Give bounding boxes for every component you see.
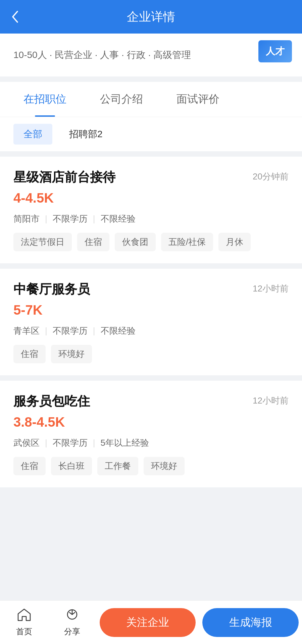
job-card-2[interactable]: 服务员包吃住 12小时前 3.8-4.5K 武侯区 | 不限学历 | 5年以上经…: [0, 381, 302, 487]
tab-intro[interactable]: 公司介绍: [90, 82, 153, 117]
tag-0-2: 伙食团: [115, 233, 156, 251]
job-location-1: 青羊区: [13, 325, 40, 337]
tag-1-1: 环境好: [51, 345, 92, 363]
company-logo: 人才: [258, 40, 292, 62]
job-header-0: 星级酒店前台接待 20分钟前: [13, 169, 289, 186]
poster-button[interactable]: 生成海报: [202, 608, 299, 637]
job-location-2: 武侯区: [13, 437, 40, 449]
nav-share[interactable]: 分享: [48, 601, 96, 644]
tag-2-0: 住宿: [13, 457, 46, 475]
home-icon: [17, 608, 32, 624]
job-salary-0: 4-4.5K: [13, 191, 289, 206]
tab-review[interactable]: 面试评价: [166, 82, 230, 117]
job-tags-2: 住宿 长白班 工作餐 环境好: [13, 457, 289, 475]
tag-0-3: 五险/社保: [161, 233, 213, 251]
tag-2-1: 长白班: [51, 457, 92, 475]
job-header-2: 服务员包吃住 12小时前: [13, 393, 289, 410]
company-card: 人才 10-50人 · 民营企业 · 人事 · 行政 · 高级管理: [0, 34, 302, 76]
job-location-0: 简阳市: [13, 213, 40, 225]
company-description: 10-50人 · 民营企业 · 人事 · 行政 · 高级管理: [13, 44, 289, 63]
job-meta-0: 简阳市 | 不限学历 | 不限经验: [13, 213, 289, 225]
job-education-1: 不限学历: [53, 325, 88, 337]
header: 企业详情: [0, 0, 302, 34]
job-card-1[interactable]: 中餐厅服务员 12小时前 5-7K 青羊区 | 不限学历 | 不限经验 住宿 环…: [0, 269, 302, 375]
job-salary-2: 3.8-4.5K: [13, 415, 289, 430]
job-title-2: 服务员包吃住: [13, 393, 90, 410]
job-time-0: 20分钟前: [253, 169, 289, 182]
job-time-1: 12小时前: [253, 281, 289, 294]
job-card-0[interactable]: 星级酒店前台接待 20分钟前 4-4.5K 简阳市 | 不限学历 | 不限经验 …: [0, 157, 302, 263]
job-title-0: 星级酒店前台接待: [13, 169, 115, 186]
back-button[interactable]: [10, 9, 20, 24]
job-experience-2: 5年以上经验: [101, 437, 149, 449]
job-tags-0: 法定节假日 住宿 伙食团 五险/社保 月休: [13, 233, 289, 251]
nav-home[interactable]: 首页: [0, 601, 48, 644]
share-icon: [65, 608, 80, 624]
bottom-nav: 首页 分享 关注企业 生成海报: [0, 600, 302, 644]
job-time-2: 12小时前: [253, 393, 289, 407]
tag-0-4: 月休: [218, 233, 251, 251]
job-education-0: 不限学历: [53, 213, 88, 225]
tag-2-2: 工作餐: [97, 457, 138, 475]
tag-1-0: 住宿: [13, 345, 46, 363]
tag-0-1: 住宿: [77, 233, 109, 251]
tag-2-3: 环境好: [144, 457, 185, 475]
follow-button[interactable]: 关注企业: [100, 608, 196, 637]
job-meta-2: 武侯区 | 不限学历 | 5年以上经验: [13, 437, 289, 449]
tab-jobs[interactable]: 在招职位: [13, 82, 77, 117]
tag-0-0: 法定节假日: [13, 233, 72, 251]
job-meta-1: 青羊区 | 不限学历 | 不限经验: [13, 325, 289, 337]
company-logo-area: 人才: [258, 40, 292, 62]
job-experience-0: 不限经验: [101, 213, 136, 225]
tabs-container: 在招职位 公司介绍 面试评价: [0, 82, 302, 117]
job-tags-1: 住宿 环境好: [13, 345, 289, 363]
job-education-2: 不限学历: [53, 437, 88, 449]
share-label: 分享: [64, 626, 80, 637]
subtab-dept2[interactable]: 招聘部2: [59, 124, 113, 145]
subtab-all[interactable]: 全部: [13, 124, 52, 145]
subtabs-container: 全部 招聘部2: [0, 117, 302, 151]
home-label: 首页: [16, 626, 32, 637]
job-experience-1: 不限经验: [101, 325, 136, 337]
job-header-1: 中餐厅服务员 12小时前: [13, 281, 289, 298]
job-salary-1: 5-7K: [13, 303, 289, 318]
job-title-1: 中餐厅服务员: [13, 281, 90, 298]
page-title: 企业详情: [127, 9, 175, 25]
